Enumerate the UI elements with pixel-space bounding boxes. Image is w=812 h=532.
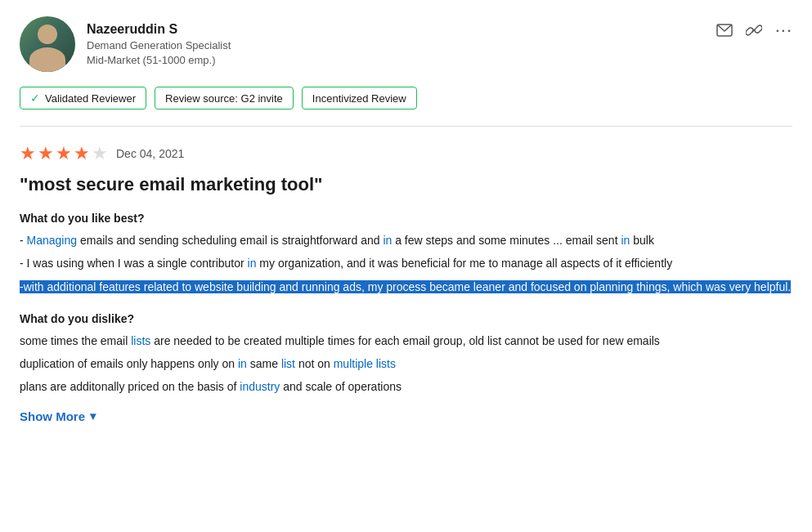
highlighted-text: -with additional features related to web…	[20, 280, 791, 293]
show-more-label: Show More	[20, 409, 85, 423]
star-5: ★	[92, 143, 108, 164]
user-name: Nazeeruddin S	[87, 22, 231, 37]
review-date: Dec 04, 2021	[116, 147, 184, 160]
action-icons: ···	[716, 16, 792, 41]
user-title: Demand Generation Specialist	[87, 39, 231, 51]
avatar	[20, 16, 75, 72]
like-line-2: - I was using when I was a single contri…	[20, 254, 792, 272]
link-icon[interactable]	[746, 22, 762, 38]
star-2: ★	[38, 143, 54, 164]
more-options-icon[interactable]: ···	[775, 20, 792, 41]
review-source-label: Review source: G2 invite	[165, 92, 283, 105]
incentivized-badge: Incentivized Review	[302, 87, 417, 110]
star-1: ★	[20, 143, 36, 164]
dislike-line-1: some times the email lists are needed to…	[20, 332, 792, 350]
review-header: Nazeeruddin S Demand Generation Speciali…	[20, 16, 792, 72]
user-company: Mid-Market (51-1000 emp.)	[87, 54, 231, 66]
show-more-button[interactable]: Show More ▾	[20, 409, 792, 423]
star-3: ★	[56, 143, 72, 164]
like-highlighted: -with additional features related to web…	[20, 278, 792, 297]
dislike-label: What do you dislike?	[20, 312, 792, 325]
user-details: Nazeeruddin S Demand Generation Speciali…	[87, 22, 231, 66]
like-line-1: - Managing emails and sending scheduling…	[20, 231, 792, 249]
review-title: "most secure email marketing tool"	[20, 174, 792, 195]
review-source-badge: Review source: G2 invite	[155, 87, 294, 110]
validated-label: Validated Reviewer	[45, 92, 136, 105]
section-divider	[20, 126, 792, 127]
dislike-line-2: duplication of emails only happens only …	[20, 355, 792, 373]
check-icon: ✓	[30, 92, 40, 105]
star-rating: ★ ★ ★ ★ ★	[20, 143, 108, 164]
incentivized-label: Incentivized Review	[312, 92, 406, 105]
like-section: What do you like best? - Managing emails…	[20, 212, 792, 297]
star-4: ★	[74, 143, 90, 164]
like-label: What do you like best?	[20, 212, 792, 225]
review-badges: ✓ Validated Reviewer Review source: G2 i…	[20, 87, 792, 110]
rating-row: ★ ★ ★ ★ ★ Dec 04, 2021	[20, 143, 792, 164]
dislike-section: What do you dislike? some times the emai…	[20, 312, 792, 396]
user-info-section: Nazeeruddin S Demand Generation Speciali…	[20, 16, 231, 72]
chevron-down-icon: ▾	[90, 409, 96, 422]
validated-reviewer-badge: ✓ Validated Reviewer	[20, 87, 146, 110]
email-icon[interactable]	[716, 24, 733, 37]
dislike-line-3: plans are additonally priced on the basi…	[20, 378, 792, 396]
